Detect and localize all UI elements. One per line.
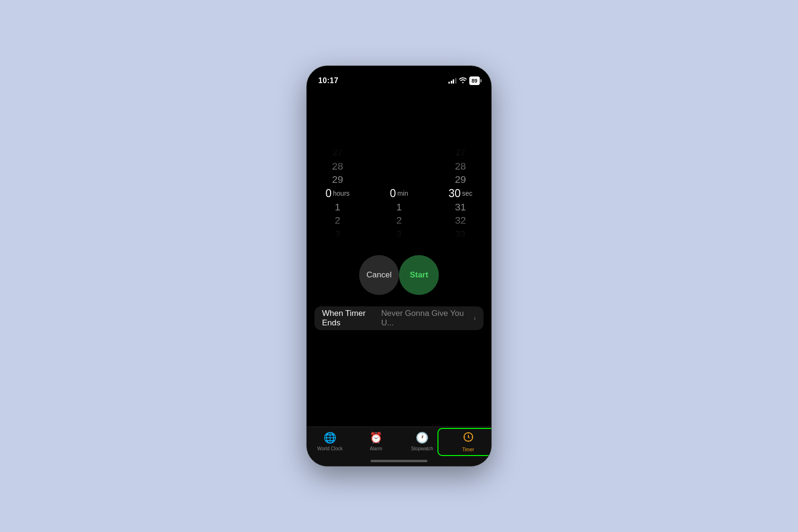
picker-item: 27	[430, 146, 491, 160]
timer-icon	[463, 432, 474, 445]
tab-world-clock[interactable]: 🌐 World Clock	[307, 432, 353, 451]
tab-stopwatch-label: Stopwatch	[411, 446, 433, 451]
picker-item: 29	[430, 173, 491, 187]
status-bar: 10:17 89	[307, 66, 491, 89]
status-time: 10:17	[318, 76, 338, 85]
battery-level: 89	[472, 78, 477, 84]
start-button[interactable]: Start	[399, 255, 439, 295]
picker-item: 33	[430, 227, 491, 241]
alarm-icon: ⏰	[370, 432, 382, 444]
buttons-row: Cancel Start	[340, 255, 458, 295]
app-content: 27 28 29 0 hours 1 2 3	[307, 89, 491, 428]
battery-icon: 89	[469, 76, 480, 85]
picker-selected-seconds[interactable]: 30 sec	[430, 187, 491, 200]
cancel-button[interactable]: Cancel	[359, 255, 399, 295]
tab-world-clock-label: World Clock	[317, 446, 343, 451]
picker-item: 27	[307, 146, 368, 160]
phone-frame: 10:17 89	[306, 66, 492, 466]
status-icons: 89	[448, 76, 480, 85]
world-clock-icon: 🌐	[323, 432, 336, 444]
picker-item: 28	[307, 160, 368, 173]
picker-item: 28	[430, 160, 491, 173]
tab-timer-label: Timer	[462, 447, 474, 452]
wifi-icon	[459, 77, 466, 85]
picker-column-hours[interactable]: 27 28 29 0 hours 1 2 3	[307, 146, 368, 241]
picker-selected-minutes[interactable]: 0 min	[368, 187, 429, 200]
timer-ends-value: Never Gonna Give You U...	[381, 309, 471, 328]
picker-item: 1	[307, 200, 368, 214]
signal-icon	[448, 78, 456, 84]
chevron-right-icon: ›	[474, 314, 476, 323]
picker-item: 1	[368, 200, 429, 214]
picker-item: 31	[430, 200, 491, 214]
home-indicator	[370, 460, 428, 462]
picker-item: 3	[368, 227, 429, 241]
tab-alarm[interactable]: ⏰ Alarm	[353, 432, 399, 451]
tab-alarm-label: Alarm	[370, 446, 382, 451]
picker-item: 2	[368, 214, 429, 228]
picker-column-minutes[interactable]: 0 min 1 2 3	[368, 146, 429, 241]
picker-selected-hours[interactable]: 0 hours	[307, 187, 368, 200]
picker-item: 2	[307, 214, 368, 228]
stopwatch-icon: 🕐	[416, 432, 428, 444]
tab-timer[interactable]: Timer	[445, 432, 491, 452]
picker-item: 3	[307, 227, 368, 241]
picker-item: 32	[430, 214, 491, 228]
picker-column-seconds[interactable]: 27 28 29 30 sec 31 32 33	[430, 146, 491, 241]
picker-item: 29	[307, 173, 368, 187]
timer-picker[interactable]: 27 28 29 0 hours 1 2 3	[307, 89, 491, 428]
svg-line-2	[468, 437, 469, 438]
timer-ends-row[interactable]: When Timer Ends Never Gonna Give You U..…	[314, 306, 484, 330]
timer-ends-label: When Timer Ends	[322, 309, 381, 328]
tab-stopwatch[interactable]: 🕐 Stopwatch	[399, 432, 445, 451]
picker-wrapper[interactable]: 27 28 29 0 hours 1 2 3	[307, 146, 491, 241]
